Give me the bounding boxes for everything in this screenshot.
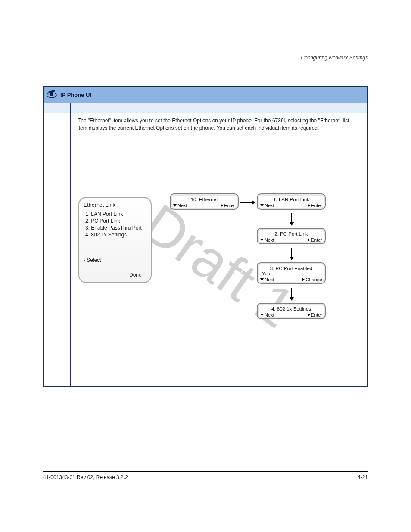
arrow bbox=[240, 202, 255, 203]
node-lan-port: 1. LAN Port Link Next Enter bbox=[257, 193, 326, 210]
menu-panel: Ethernet Link 1. LAN Port Link 2. PC Por… bbox=[78, 197, 152, 283]
softkey-next: Next bbox=[260, 277, 274, 282]
arrow bbox=[291, 288, 292, 300]
softkey-next: Next bbox=[173, 203, 187, 208]
chevron-right-icon bbox=[302, 278, 305, 281]
menu-item: 3. Enable PassThru Port bbox=[85, 224, 146, 231]
node-value: Yes bbox=[260, 271, 322, 276]
menu-item: 4. 802.1x Settings bbox=[85, 231, 146, 238]
chevron-down-icon bbox=[260, 278, 264, 281]
softkey-next: Next bbox=[260, 203, 274, 208]
menu-item: 1. LAN Port Link bbox=[85, 211, 146, 218]
chevron-right-icon bbox=[308, 204, 310, 207]
done-hint: Done - bbox=[129, 272, 145, 278]
table-caption: IP Phone UI bbox=[60, 92, 91, 98]
diagram: Draft 1 Ethernet Link 1. LAN Port Link 2… bbox=[71, 145, 367, 386]
softkey-enter: Enter bbox=[308, 237, 322, 243]
softkey-enter: Enter bbox=[308, 203, 322, 208]
footer-right: 4-21 bbox=[358, 474, 368, 480]
column-header-action bbox=[70, 103, 367, 113]
column-header-step bbox=[44, 103, 70, 113]
node-pc-enabled: 3. PC Port Enabled Yes Next Change bbox=[257, 262, 326, 284]
phone-icon bbox=[47, 90, 57, 100]
footer-left: 41-001343-01 Rev 02, Release 3.2.2 bbox=[43, 474, 128, 480]
settings-table: IP Phone UI The "Ethernet" item allows y… bbox=[43, 86, 368, 387]
arrow bbox=[291, 248, 292, 260]
select-hint: - Select bbox=[84, 257, 101, 263]
node-pc-port: 2. PC Port Link Next Enter bbox=[257, 228, 326, 244]
chevron-right-icon bbox=[308, 238, 310, 242]
menu-item: 2. PC Port Link bbox=[85, 218, 146, 224]
step-cell bbox=[44, 113, 70, 386]
arrow bbox=[291, 213, 292, 225]
node-title: 10. Ethernet bbox=[173, 197, 235, 202]
softkey-next: Next bbox=[260, 312, 274, 317]
node-ethernet: 10. Ethernet Next Enter bbox=[170, 193, 239, 210]
chevron-down-icon bbox=[173, 204, 177, 207]
softkey-enter: Enter bbox=[308, 312, 322, 317]
node-title: 3. PC Port Enabled bbox=[260, 266, 322, 271]
node-8021x: 4. 802.1x Settings Next Enter bbox=[257, 303, 326, 319]
softkey-next: Next bbox=[260, 237, 274, 243]
node-title: 2. PC Port Link bbox=[260, 231, 322, 236]
action-cell: The "Ethernet" item allows you to set th… bbox=[70, 113, 367, 386]
header-right: Configuring Network Settings bbox=[301, 55, 368, 61]
body-text: The "Ethernet" item allows you to set th… bbox=[71, 113, 367, 132]
node-title: 1. LAN Port Link bbox=[260, 197, 322, 202]
menu-title: Ethernet Link bbox=[84, 202, 146, 208]
node-title: 4. 802.1x Settings bbox=[260, 306, 322, 311]
softkey-change: Change bbox=[302, 277, 322, 282]
chevron-right-icon bbox=[221, 204, 223, 207]
chevron-down-icon bbox=[260, 239, 264, 241]
chevron-down-icon bbox=[260, 314, 264, 316]
chevron-right-icon bbox=[308, 313, 310, 317]
chevron-down-icon bbox=[260, 204, 264, 207]
softkey-enter: Enter bbox=[221, 203, 235, 208]
